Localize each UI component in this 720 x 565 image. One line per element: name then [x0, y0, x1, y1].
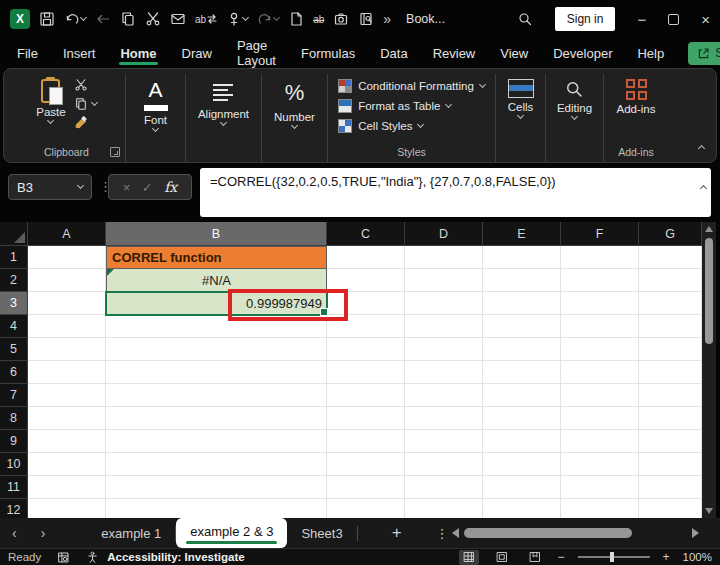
- sheet-next-button[interactable]: ›: [29, 525, 58, 541]
- cell-d12[interactable]: [405, 499, 483, 518]
- new-file-button[interactable]: [288, 11, 304, 27]
- insert-function-button[interactable]: fx: [164, 179, 177, 195]
- cell-f1[interactable]: [561, 246, 639, 269]
- cancel-entry-button[interactable]: ×: [123, 180, 131, 195]
- cell-e4[interactable]: [483, 315, 561, 338]
- zoom-in-button[interactable]: +: [663, 550, 670, 564]
- column-header-d[interactable]: D: [405, 222, 483, 246]
- row-header-2[interactable]: 2: [0, 269, 28, 292]
- cell-a12[interactable]: [28, 499, 106, 518]
- row-header-4[interactable]: 4: [0, 315, 28, 338]
- cell-styles-button[interactable]: Cell Styles: [338, 119, 423, 133]
- sheet-tab-example-2-3[interactable]: example 2 & 3: [176, 518, 287, 548]
- paste-button[interactable]: Paste: [36, 76, 65, 130]
- cut-button[interactable]: [74, 78, 97, 92]
- search-button[interactable]: [517, 11, 533, 27]
- cell-a2[interactable]: [28, 269, 106, 292]
- tab-draw[interactable]: Draw: [181, 41, 213, 66]
- tab-file[interactable]: File: [16, 41, 39, 66]
- cell-g8[interactable]: [639, 407, 702, 430]
- addins-button[interactable]: Add-ins: [617, 76, 656, 115]
- zoom-slider[interactable]: [578, 556, 650, 558]
- cell-d5[interactable]: [405, 338, 483, 361]
- cell-a3[interactable]: [28, 292, 106, 315]
- column-header-g[interactable]: G: [639, 222, 702, 246]
- sign-in-button[interactable]: Sign in: [555, 7, 616, 31]
- cell-e3[interactable]: [483, 292, 561, 315]
- cell-a5[interactable]: [28, 338, 106, 361]
- cell-e12[interactable]: [483, 499, 561, 518]
- camera-button[interactable]: [333, 11, 349, 27]
- formula-input[interactable]: =CORREL({32,0.2,0.5,TRUE,"India"}, {27,0…: [200, 168, 711, 217]
- save-button[interactable]: [39, 11, 55, 27]
- cell-f10[interactable]: [561, 453, 639, 476]
- share-button[interactable]: Share: [688, 42, 720, 65]
- cell-g9[interactable]: [639, 430, 702, 453]
- row-header-5[interactable]: 5: [0, 338, 28, 361]
- column-header-f[interactable]: F: [561, 222, 639, 246]
- cell-e5[interactable]: [483, 338, 561, 361]
- scroll-down-arrow[interactable]: [705, 508, 713, 514]
- tab-view[interactable]: View: [499, 41, 529, 66]
- cell-a10[interactable]: [28, 453, 106, 476]
- number-button[interactable]: % Number: [274, 76, 315, 128]
- row-header-11[interactable]: 11: [0, 476, 28, 499]
- cell-f8[interactable]: [561, 407, 639, 430]
- cells-button[interactable]: Cells: [508, 76, 534, 118]
- sheet-prev-button[interactable]: ‹: [0, 525, 29, 541]
- email-button[interactable]: [170, 11, 186, 27]
- column-header-b[interactable]: B: [106, 222, 327, 246]
- cell-b6[interactable]: [106, 361, 327, 384]
- cell-g2[interactable]: [639, 269, 702, 292]
- row-header-7[interactable]: 7: [0, 384, 28, 407]
- find-replace-button[interactable]: ab: [195, 14, 217, 25]
- cell-b12[interactable]: [106, 499, 327, 518]
- cell-g4[interactable]: [639, 315, 702, 338]
- cell-b9[interactable]: [106, 430, 327, 453]
- cell-c1[interactable]: [327, 246, 405, 269]
- minimize-button[interactable]: −: [637, 12, 646, 27]
- cell-c9[interactable]: [327, 430, 405, 453]
- tab-review[interactable]: Review: [432, 41, 477, 66]
- cell-e10[interactable]: [483, 453, 561, 476]
- cell-a4[interactable]: [28, 315, 106, 338]
- column-header-c[interactable]: C: [327, 222, 405, 246]
- zoom-slider-thumb[interactable]: [610, 552, 614, 562]
- clipboard-dialog-launcher[interactable]: [110, 147, 120, 157]
- cell-b8[interactable]: [106, 407, 327, 430]
- cell-d3[interactable]: [405, 292, 483, 315]
- tab-insert[interactable]: Insert: [62, 41, 97, 66]
- cell-e7[interactable]: [483, 384, 561, 407]
- lookup-button[interactable]: [358, 11, 374, 27]
- cell-e9[interactable]: [483, 430, 561, 453]
- cell-f7[interactable]: [561, 384, 639, 407]
- scroll-right-arrow[interactable]: [692, 528, 699, 538]
- format-painter-button[interactable]: [74, 116, 97, 130]
- tab-help[interactable]: Help: [636, 41, 665, 66]
- strikethrough-button[interactable]: ab: [313, 14, 324, 25]
- macro-record-button[interactable]: [57, 551, 70, 564]
- sheet-tab-example-1[interactable]: example 1: [87, 518, 175, 548]
- cell-f6[interactable]: [561, 361, 639, 384]
- tab-formulas[interactable]: Formulas: [300, 41, 356, 66]
- confirm-entry-button[interactable]: ✓: [142, 180, 153, 195]
- cell-f3[interactable]: [561, 292, 639, 315]
- format-as-table-button[interactable]: Format as Table: [338, 99, 451, 113]
- cell-e2[interactable]: [483, 269, 561, 292]
- horizontal-scrollbar-thumb[interactable]: [464, 528, 632, 538]
- cell-d8[interactable]: [405, 407, 483, 430]
- more-commands-button[interactable]: »: [383, 11, 391, 27]
- cell-d4[interactable]: [405, 315, 483, 338]
- cell-f2[interactable]: [561, 269, 639, 292]
- cell-g11[interactable]: [639, 476, 702, 499]
- touch-mode-button[interactable]: [226, 11, 248, 27]
- cell-e6[interactable]: [483, 361, 561, 384]
- row-header-1[interactable]: 1: [0, 246, 28, 269]
- redo-button[interactable]: [257, 11, 279, 27]
- cell-e1[interactable]: [483, 246, 561, 269]
- cell-e11[interactable]: [483, 476, 561, 499]
- close-button[interactable]: ×: [701, 12, 710, 27]
- cell-g10[interactable]: [639, 453, 702, 476]
- row-header-6[interactable]: 6: [0, 361, 28, 384]
- page-layout-view-button[interactable]: [492, 550, 512, 565]
